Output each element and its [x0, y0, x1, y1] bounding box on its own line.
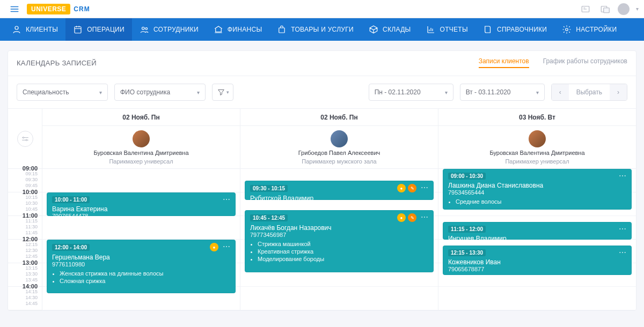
- staff-avatar[interactable]: [529, 130, 546, 147]
- user-icon: [12, 25, 21, 34]
- specialty-placeholder: Специальность: [23, 88, 69, 96]
- nav-item-1[interactable]: ОПЕРАЦИИ: [65, 18, 132, 41]
- chevron-down-icon: ▾: [193, 90, 200, 95]
- event-card[interactable]: 11:15 - 12:00⋯Ингушев Владимир: [443, 222, 632, 240]
- more-icon[interactable]: ⋯: [221, 243, 230, 251]
- more-icon[interactable]: ⋯: [221, 196, 230, 203]
- staff-avatar[interactable]: [331, 130, 348, 147]
- logo-badge: UNIVERSE: [27, 4, 70, 14]
- nav-label: ФИНАНСЫ: [228, 26, 262, 33]
- more-icon[interactable]: ⋯: [617, 225, 626, 233]
- sub-label: 13:45: [25, 277, 38, 283]
- service-item: Сложная срижка: [60, 278, 230, 284]
- events-area: 10:00 - 11:00⋯Варина Екатерина7907654447…: [42, 169, 240, 310]
- service-list: Стрижка машинкойКреативная стрижкаМодели…: [250, 241, 428, 262]
- svg-point-5: [142, 27, 144, 30]
- event-card[interactable]: 12:15 - 13:30⋯Кожевников Иван79065678877: [443, 246, 632, 275]
- calendar-icon: [73, 25, 83, 34]
- more-icon[interactable]: ⋯: [419, 213, 428, 222]
- event-card[interactable]: 12:00 - 14:00●⋯Гершельмана Вера977611098…: [47, 240, 236, 293]
- status-badge-icon: ●: [210, 243, 218, 251]
- widget-icon-1[interactable]: [579, 3, 592, 16]
- staff-role: Парикмахер универсал: [109, 158, 173, 165]
- nav-item-2[interactable]: СОТРУДНИКИ: [132, 18, 206, 41]
- event-time: 09:00 - 10:30: [448, 173, 486, 180]
- sub-label: 09:45: [25, 183, 38, 188]
- filter-button[interactable]: ▾: [212, 84, 233, 101]
- sub-label: 10:45: [25, 206, 38, 212]
- events-area: 09:00 - 10:30⋯Лашкина Диана Станиславовн…: [438, 169, 636, 310]
- sub-label: 11:30: [25, 224, 38, 229]
- event-client-name: Рубитской Владимир: [250, 195, 428, 200]
- specialty-select[interactable]: Специальность ▾: [17, 84, 108, 101]
- more-icon[interactable]: ⋯: [419, 184, 428, 192]
- event-card[interactable]: 09:30 - 10:15●✎⋯Рубитской Владимир: [245, 181, 434, 200]
- user-avatar[interactable]: [618, 3, 630, 15]
- period-select-label[interactable]: Выбрать: [569, 88, 610, 96]
- main-nav: КЛИЕНТЫОПЕРАЦИИСОТРУДНИКИФИНАНСЫТОВАРЫ И…: [0, 18, 644, 41]
- sub-label: 10:15: [25, 195, 38, 200]
- event-time: 10:45 - 12:45: [250, 214, 288, 221]
- date-from-value: Пн - 02.11.2020: [375, 88, 421, 96]
- calendar-grid: 09:0009:1509:3009:4510:0010:1510:3010:45…: [8, 108, 636, 310]
- user-menu-caret-icon[interactable]: ▾: [636, 6, 639, 12]
- staff-name: Буровская Валентина Дмитриевна: [489, 150, 584, 156]
- nav-label: НАСТРОЙКИ: [576, 26, 617, 33]
- nav-item-0[interactable]: КЛИЕНТЫ: [4, 18, 65, 41]
- nav-item-8[interactable]: НАСТРОЙКИ: [554, 18, 624, 41]
- day-date: 02 Нояб. Пн: [42, 109, 240, 126]
- gear-icon: [562, 25, 572, 34]
- nav-item-6[interactable]: ОТЧЕТЫ: [419, 18, 475, 41]
- event-client-name: Кожевников Иван: [448, 258, 626, 266]
- event-client-name: Лашкина Диана Станиславовна: [448, 182, 626, 189]
- service-list: Средние волосы: [448, 198, 626, 205]
- more-icon[interactable]: ⋯: [617, 249, 626, 256]
- svg-point-6: [145, 28, 148, 30]
- chevron-down-icon: ▾: [532, 90, 539, 95]
- event-card[interactable]: 10:00 - 11:00⋯Варина Екатерина7907654447…: [47, 192, 236, 216]
- sub-label: 14:30: [25, 295, 38, 300]
- status-badge-icon: ●: [397, 213, 406, 222]
- service-item: Моделирование бороды: [258, 256, 428, 262]
- service-item: Средние волосы: [456, 198, 626, 205]
- menu-icon[interactable]: [5, 0, 24, 18]
- staff-role: Парикмахер универсал: [505, 158, 569, 165]
- chevron-down-icon: ▾: [95, 90, 102, 95]
- event-time: 09:30 - 10:15: [250, 185, 288, 192]
- next-period-button[interactable]: ›: [610, 84, 627, 101]
- nav-item-4[interactable]: ТОВАРЫ И УСЛУГИ: [269, 18, 361, 41]
- day-column-0: 02 Нояб. ПнБуровская Валентина Дмитриевн…: [42, 109, 240, 310]
- event-time: 12:15 - 13:30: [448, 249, 486, 256]
- tab-client-records[interactable]: Записи клиентов: [479, 57, 529, 68]
- event-card[interactable]: 10:45 - 12:45●✎⋯Лихачёв Богдан Назарович…: [245, 210, 434, 272]
- staff-select[interactable]: ФИО сотрудника ▾: [114, 84, 206, 101]
- nav-label: ТОВАРЫ И УСЛУГИ: [291, 26, 354, 33]
- date-to-select[interactable]: Вт - 03.11.2020 ▾: [460, 84, 545, 101]
- bag-icon: [277, 25, 287, 34]
- period-nav: ‹ Выбрать ›: [551, 84, 627, 101]
- event-time: 12:00 - 14:00: [52, 244, 90, 251]
- event-time: 11:15 - 12:00: [448, 226, 486, 233]
- sub-label: 13:15: [25, 265, 38, 271]
- date-from-select[interactable]: Пн - 02.11.2020 ▾: [369, 84, 453, 101]
- event-card[interactable]: 09:00 - 10:30⋯Лашкина Диана Станиславовн…: [443, 169, 632, 210]
- nav-label: СОТРУДНИКИ: [153, 26, 199, 33]
- nav-item-5[interactable]: СКЛАДЫ: [361, 18, 418, 41]
- tab-staff-schedule[interactable]: График работы сотрудников: [543, 57, 627, 68]
- prev-period-button[interactable]: ‹: [552, 84, 569, 101]
- sub-label: 12:15: [25, 242, 38, 247]
- nav-item-3[interactable]: ФИНАНСЫ: [206, 18, 269, 41]
- nav-item-7[interactable]: СПРАВОЧНИКИ: [475, 18, 554, 41]
- status-badge-icon: ✎: [408, 184, 416, 192]
- staff-header: Грибоедов Павел АлексеевичПарикмахер муж…: [240, 126, 438, 169]
- event-client-name: Лихачёв Богдан Назарович: [250, 224, 428, 232]
- widget-icon-2[interactable]: [598, 3, 611, 16]
- more-icon[interactable]: ⋯: [617, 172, 626, 180]
- calendar-settings-button[interactable]: [17, 131, 33, 147]
- logo[interactable]: UNIVERSE CRM: [27, 4, 90, 14]
- nav-label: ОТЧЕТЫ: [440, 26, 468, 33]
- event-time: 10:00 - 11:00: [52, 196, 90, 203]
- staff-avatar[interactable]: [133, 130, 150, 147]
- event-client-name: Ингушев Владимир: [448, 235, 626, 240]
- sub-label: 09:30: [25, 177, 38, 182]
